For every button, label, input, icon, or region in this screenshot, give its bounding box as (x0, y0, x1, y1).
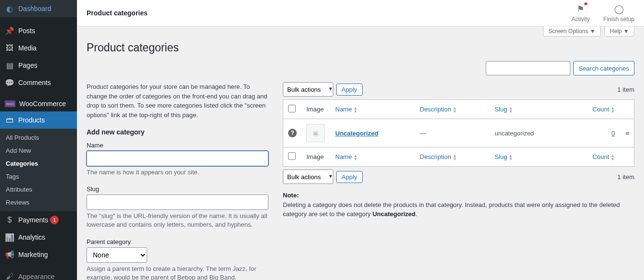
table-row: ? ▣ Uncategorized — uncategorized 0 ≡ (283, 119, 634, 147)
submenu-reviews[interactable]: Reviews (0, 196, 77, 209)
col-slug[interactable]: Slug▲▼ (494, 106, 513, 113)
sidebar-item-dashboard[interactable]: ◐Dashboard (0, 0, 77, 17)
top-bar: Product categories ⚑ Activity ◯ Finish s… (77, 0, 644, 26)
row-name-link[interactable]: Uncategorized (335, 130, 379, 137)
item-count-bottom: 1 item (618, 173, 634, 181)
comments-icon: 💬 (5, 78, 14, 87)
col-name[interactable]: Name▲▼ (335, 153, 358, 160)
submenu-attributes[interactable]: Attributes (0, 183, 77, 196)
col-image: Image (302, 100, 330, 119)
row-description: — (415, 119, 490, 147)
slug-hint: The "slug" is the URL-friendly version o… (87, 212, 268, 229)
admin-sidebar: ◐Dashboard 📌Posts 🖾Media ▤Pages 💬Comment… (0, 0, 77, 280)
sort-icon: ▲▼ (453, 154, 457, 160)
finish-setup-button[interactable]: ◯ Finish setup (603, 3, 634, 23)
sort-icon: ▲▼ (453, 107, 457, 113)
col-description[interactable]: Description▲▼ (420, 106, 457, 113)
apply-button-top[interactable]: Apply (336, 84, 363, 96)
parent-label: Parent category (87, 238, 268, 245)
add-category-panel: Product categories for your store can be… (87, 82, 268, 280)
sort-icon: ▲▼ (354, 154, 358, 160)
col-name[interactable]: Name▲▼ (335, 106, 358, 113)
sidebar-item-products[interactable]: 🗃Products (0, 111, 77, 129)
default-category-icon: ? (288, 129, 297, 137)
parent-hint: Assign a parent term to create a hierarc… (87, 265, 268, 280)
select-all-bottom[interactable] (288, 152, 296, 160)
note-heading: Note: (283, 192, 299, 199)
col-count[interactable]: Count▲▼ (593, 106, 615, 113)
sidebar-item-media[interactable]: 🖾Media (0, 39, 77, 57)
submenu-all-products[interactable]: All Products (0, 131, 77, 144)
sidebar-item-analytics[interactable]: 📊Analytics (0, 229, 77, 246)
name-hint: The name is how it appears on your site. (87, 168, 268, 177)
sidebar-item-comments[interactable]: 💬Comments (0, 74, 77, 91)
circle-icon: ◯ (613, 3, 625, 15)
item-count-top: 1 item (618, 86, 634, 93)
name-input[interactable] (87, 151, 268, 166)
bulk-actions-select-bottom[interactable]: Bulk actions (283, 170, 333, 184)
sidebar-item-pages[interactable]: ▤Pages (0, 57, 77, 74)
products-icon: 🗃 (5, 115, 14, 125)
intro-text: Product categories for your store can be… (87, 82, 268, 120)
badge-count: 1 (50, 216, 59, 224)
search-categories-input[interactable] (486, 61, 570, 75)
slug-input[interactable] (87, 195, 268, 210)
note-block: Note: Deleting a category does not delet… (283, 191, 634, 219)
pages-icon: ▤ (5, 61, 14, 70)
categories-list-panel: Bulk actions Apply 1 item Image Name▲▼ D… (283, 82, 634, 280)
activity-icon: ⚑ (575, 3, 586, 15)
submenu-tags[interactable]: Tags (0, 170, 77, 183)
marketing-icon: 📢 (5, 250, 14, 259)
slug-label: Slug (87, 185, 268, 193)
help-button[interactable]: Help ▼ (605, 26, 634, 37)
sort-icon: ▲▼ (354, 107, 358, 113)
search-categories-button[interactable]: Search categories (573, 61, 634, 75)
drag-handle-icon[interactable]: ≡ (625, 130, 629, 137)
activity-button[interactable]: ⚑ Activity (571, 3, 590, 23)
analytics-icon: 📊 (5, 232, 14, 242)
sidebar-item-posts[interactable]: 📌Posts (0, 22, 77, 39)
top-bar-title: Product categories (87, 9, 148, 17)
submenu-add-new[interactable]: Add New (0, 144, 77, 157)
screen-options-button[interactable]: Screen Options ▼ (543, 26, 601, 37)
sort-icon: ▲▼ (611, 154, 615, 160)
select-all-top[interactable] (288, 105, 296, 112)
woocommerce-icon: woo (5, 100, 15, 107)
name-label: Name (87, 142, 268, 149)
sidebar-item-appearance[interactable]: 🖌Appearance (0, 268, 77, 280)
sort-icon: ▲▼ (611, 107, 615, 113)
dashboard-icon: ◐ (5, 4, 14, 13)
payments-icon: $ (5, 215, 14, 225)
categories-table: Image Name▲▼ Description▲▼ Slug▲▼ Count▲… (283, 99, 634, 167)
media-icon: 🖾 (5, 43, 14, 53)
row-count-link[interactable]: 0 (611, 130, 615, 137)
sidebar-item-payments[interactable]: $Payments1 (0, 211, 77, 229)
sidebar-item-marketing[interactable]: 📢Marketing (0, 246, 77, 263)
form-title: Add new category (87, 128, 268, 136)
products-submenu: All Products Add New Categories Tags Att… (0, 129, 77, 211)
row-slug: uncategorized (490, 119, 568, 147)
col-slug[interactable]: Slug▲▼ (494, 153, 513, 160)
page-heading: Product categories (87, 41, 634, 54)
sort-icon: ▲▼ (508, 107, 513, 113)
col-description[interactable]: Description▲▼ (420, 153, 457, 160)
col-count[interactable]: Count▲▼ (593, 153, 615, 160)
content-area: Screen Options ▼ Help ▼ Product categori… (77, 26, 644, 280)
parent-select[interactable]: None (87, 247, 147, 263)
bulk-actions-select-top[interactable]: Bulk actions (283, 82, 333, 97)
submenu-categories[interactable]: Categories (0, 157, 77, 170)
apply-button-bottom[interactable]: Apply (336, 171, 363, 183)
image-placeholder-icon: ▣ (306, 124, 325, 142)
appearance-icon: 🖌 (5, 272, 14, 280)
pin-icon: 📌 (5, 26, 14, 36)
note-body: Deleting a category does not delete the … (283, 201, 620, 218)
sort-icon: ▲▼ (508, 154, 513, 160)
col-image: Image (302, 147, 330, 167)
sidebar-item-woocommerce[interactable]: wooWooCommerce (0, 96, 77, 111)
